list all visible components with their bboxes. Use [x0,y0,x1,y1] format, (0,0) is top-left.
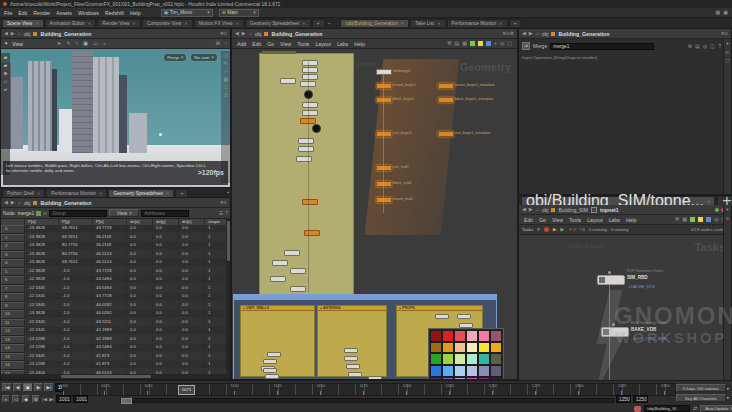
table-row[interactable]: 2-13.382880.775636.21180.00.00.01 [1,242,227,251]
lasso-icon[interactable]: ✎ [66,41,70,46]
net-menu-add[interactable]: Add [237,41,246,47]
sop-node[interactable] [290,286,306,292]
table-row[interactable]: 4-13.382868.765146.51240.00.00.01 [1,259,227,268]
shaded-mode-icon[interactable]: ▣ [83,41,88,46]
layout-icon[interactable]: ▢ [725,59,729,64]
expand-icon[interactable]: ▸ [727,395,730,400]
tab-geometry-spreadsheet[interactable]: Geometry Spreadsheet✕ [245,19,311,27]
forward-icon[interactable]: ▶ [242,31,246,36]
net-menu-view[interactable]: View [280,41,291,47]
menu-help[interactable]: Help [130,10,141,16]
tab-add[interactable]: + [717,196,732,206]
back-icon[interactable]: ◀ [522,31,526,36]
table-row[interactable]: 3-13.382880.775646.51240.00.00.01 [1,251,227,260]
palette-swatch[interactable] [478,353,490,365]
row-id[interactable]: 14 [1,344,25,353]
node-name[interactable]: merge1 [18,211,34,216]
step-back-icon[interactable]: |◀ [42,397,47,402]
row-id[interactable]: 2 [1,242,25,251]
pin-icon[interactable]: ⊙ [724,31,728,36]
node-name-field[interactable]: merge1 [550,43,654,50]
sop-node[interactable] [298,146,314,152]
close-icon[interactable]: ✕ [185,21,188,26]
sop-node[interactable] [298,138,314,144]
viewport-options-icon[interactable]: ◔ [224,41,227,46]
table-row[interactable]: 6-12.3828-1.043.54840.00.00.01 [1,276,227,285]
sop-node[interactable] [263,368,277,373]
top-node[interactable] [601,327,629,337]
close-icon[interactable]: ✕ [35,21,38,26]
palette-swatch[interactable] [454,353,466,365]
menu-file[interactable]: File [4,10,12,16]
sop-node[interactable] [435,314,449,319]
row-id[interactable]: 6 [1,276,25,285]
row-id[interactable]: 8 [1,293,25,302]
home-icon[interactable]: ⌂ [249,31,252,36]
cancel-cook-icon[interactable] [544,227,549,232]
sop-node[interactable] [376,197,392,203]
chevron-down-icon[interactable]: ▾ [537,227,540,232]
color-picker-palette[interactable] [428,328,504,379]
camera-icon[interactable]: ▭ [93,41,98,46]
sop-node[interactable] [346,364,360,369]
table-row[interactable]: 5-12.3828-1.043.77280.00.00.01 [1,268,227,277]
tab-topnet[interactable]: obj/Building_SIM/topne...✕ [521,196,715,206]
table-row[interactable]: 8-12.5345-1.043.77280.00.00.01 [1,293,227,302]
tools-icon[interactable]: ⚒ [447,41,451,46]
tasks-menu[interactable]: Tasks [522,227,533,232]
close-icon[interactable]: ✕ [133,21,136,26]
palette-swatch[interactable] [430,330,442,342]
path-node-name[interactable]: Building_Generation [558,31,609,37]
range-end2-field[interactable]: 1250 [633,395,648,403]
palette-swatch[interactable] [466,353,478,365]
row-id[interactable]: 16 [1,361,25,370]
top-node-path[interactable]: ../OUT_COLL_VDB [631,336,666,341]
topnet-menu-tools[interactable]: Tools [569,217,581,223]
menu-assets[interactable]: Assets [56,10,72,16]
stop-button[interactable]: ■ [23,383,33,392]
table-row[interactable]: 12-12.5345-1.042.19890.00.00.01 [1,327,227,336]
shelf-tool-icon[interactable]: ▱ [4,79,8,84]
persp-menu[interactable]: Persp▾ [163,53,187,62]
palette-swatch[interactable] [478,365,490,377]
palette-swatch[interactable] [490,353,502,365]
topnet-menu-edit[interactable]: Edit [524,217,533,223]
top-node[interactable] [597,275,625,285]
palette-swatch[interactable] [490,342,502,354]
table-row[interactable]: 11-12.5345-1.043.52110.00.00.01 [1,319,227,328]
menu-edit[interactable]: Edit [18,10,27,16]
menu-redshift[interactable]: Redshift [105,10,124,16]
sync-icon[interactable]: ⇄ [693,406,697,411]
view-tool-label[interactable]: View [12,41,23,47]
network-canvas[interactable]: Geometry Indie Edition attribcopy1tenant… [232,49,517,379]
layout-icon[interactable]: ▦ [716,10,721,15]
back-icon[interactable]: ◀ [235,31,239,36]
table-row[interactable]: 9-12.5345-1.044.02820.00.00.01 [1,302,227,311]
tab-python-shell[interactable]: Python Shell✕ [2,189,45,197]
forward-icon[interactable]: ▶ [529,207,533,212]
color-swatch-icon[interactable] [706,217,711,222]
expand-icon[interactable]: ▸ [727,386,730,391]
foreach-node-chain[interactable]: attribcopy1tenant_begin1tenant_begin1_me… [376,69,516,269]
pin-icon[interactable]: ⊙ [726,51,730,56]
sop-node[interactable] [302,110,318,116]
palette-swatch[interactable] [490,377,502,379]
tab-composite-view[interactable]: Composite View✕ [142,19,193,27]
color-swatch-icon[interactable] [698,217,703,222]
row-id[interactable]: 1 [1,234,25,243]
help-icon[interactable]: ? [718,44,721,49]
topnet-menu-labs[interactable]: Labs [609,217,620,223]
play-button[interactable]: ▶ [34,383,43,392]
path-root[interactable]: obj [542,31,549,37]
sop-node[interactable] [376,165,392,171]
sop-node[interactable] [302,199,318,205]
tab-take-list[interactable]: Take List✕ [410,19,445,27]
search-icon[interactable]: ◎ [500,41,504,46]
table-row[interactable]: 15-12.5345-1.041.8730.00.00.01 [1,353,227,362]
chevron-down-icon[interactable]: ▾ [726,42,728,47]
handles-icon[interactable]: ⊹ [223,69,227,74]
snap-icon[interactable]: ⌗ [75,41,78,46]
spreadsheet-body[interactable]: 0-13.382868.765143.77280.00.00.011-13.38… [1,225,227,375]
sop-node[interactable] [457,314,471,319]
horizontal-scrollbar[interactable] [1,374,230,379]
